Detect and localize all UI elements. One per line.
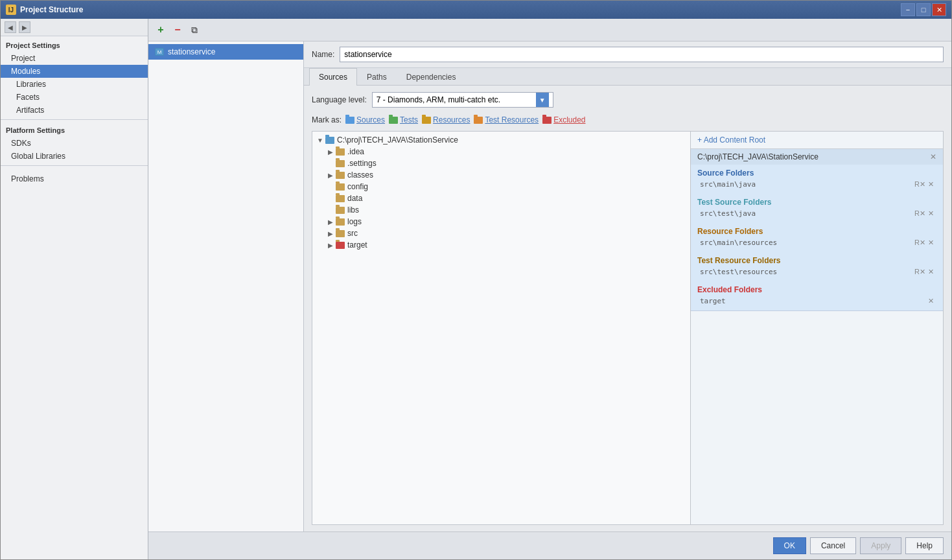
back-arrow[interactable]: ◀	[5, 21, 16, 33]
logs-arrow[interactable]: ▶	[325, 218, 336, 226]
mark-excluded-label: Excluded	[553, 115, 585, 124]
resource-folder-path: src\main\resources	[700, 239, 777, 247]
test-resources-folder-icon	[474, 117, 483, 124]
bottom-area: ▼ C:\proj\TECH_JAVA\StationService ▶ .id…	[312, 131, 944, 525]
module-list-item[interactable]: M stationservice	[148, 44, 303, 60]
excluded-folder-icon	[542, 117, 551, 124]
content-root-close[interactable]: ✕	[930, 152, 936, 161]
resource-folder-close[interactable]: ✕	[928, 239, 934, 247]
data-folder-icon	[336, 195, 345, 202]
tree-item-config[interactable]: ▶ config	[312, 181, 690, 192]
test-source-folder-rx[interactable]: R✕	[914, 209, 925, 218]
config-label: config	[347, 182, 368, 191]
target-arrow[interactable]: ▶	[325, 242, 336, 249]
tree-item-idea[interactable]: ▶ .idea	[312, 146, 690, 158]
close-button[interactable]: ✕	[932, 3, 946, 16]
remove-module-button[interactable]: −	[170, 23, 185, 37]
root-arrow[interactable]: ▼	[315, 137, 325, 144]
idea-arrow[interactable]: ▶	[325, 148, 336, 156]
facets-item-label: Facets	[16, 93, 40, 102]
test-source-folder-actions: R✕ ✕	[914, 209, 934, 218]
source-folder-rx[interactable]: R✕	[914, 180, 925, 189]
copy-module-button[interactable]: ⧉	[187, 23, 202, 37]
tree-root-item[interactable]: ▼ C:\proj\TECH_JAVA\StationService	[312, 134, 690, 146]
tab-dependencies[interactable]: Dependencies	[397, 68, 466, 86]
tabs-bar: Sources Paths Dependencies	[304, 68, 951, 86]
tree-item-data[interactable]: ▶ data	[312, 192, 690, 204]
maximize-button[interactable]: □	[916, 3, 931, 16]
project-settings-section-label: Project Settings	[1, 36, 148, 52]
module-name-input[interactable]	[340, 47, 944, 62]
mark-resources[interactable]: Resources	[422, 115, 470, 124]
content-area: M stationservice Name: Sources	[148, 41, 951, 531]
data-label: data	[347, 194, 362, 203]
mark-test-resources[interactable]: Test Resources	[474, 115, 539, 124]
source-folder-close[interactable]: ✕	[928, 180, 934, 189]
minimize-button[interactable]: −	[901, 3, 915, 16]
sdks-item-label: SDKs	[11, 139, 31, 148]
sidebar-item-project[interactable]: Project	[1, 52, 148, 65]
src-arrow[interactable]: ▶	[325, 230, 336, 237]
app-icon: IJ	[6, 5, 16, 15]
mark-tests[interactable]: Tests	[389, 115, 418, 124]
test-source-folder-close[interactable]: ✕	[928, 209, 934, 218]
apply-button[interactable]: Apply	[860, 537, 901, 554]
tree-item-target[interactable]: ▶ target	[312, 239, 690, 251]
logs-label: logs	[347, 217, 362, 226]
libraries-item-label: Libraries	[16, 80, 46, 89]
forward-arrow[interactable]: ▶	[19, 21, 30, 33]
tree-item-libs[interactable]: ▶ libs	[312, 204, 690, 216]
sidebar-item-sdks[interactable]: SDKs	[1, 137, 148, 150]
excluded-folder-close[interactable]: ✕	[928, 297, 934, 305]
sidebar-item-modules[interactable]: Modules	[1, 65, 148, 78]
artifacts-item-label: Artifacts	[16, 106, 44, 115]
mark-sources[interactable]: Sources	[345, 115, 385, 124]
test-resource-folders-section: Test Resource Folders src\test\resources…	[691, 252, 943, 281]
settings-label: .settings	[347, 159, 377, 168]
tree-item-classes[interactable]: ▶ classes	[312, 169, 690, 181]
content-root-item: C:\proj\TECH_JAVA\StationService ✕ Sourc…	[691, 149, 943, 311]
resource-folder-rx[interactable]: R✕	[914, 239, 925, 247]
tab-paths[interactable]: Paths	[357, 68, 397, 86]
sidebar-item-problems[interactable]: Problems	[6, 172, 143, 185]
cancel-button[interactable]: Cancel	[810, 537, 856, 554]
add-content-root-btn[interactable]: + Add Content Root	[697, 135, 765, 145]
test-resource-folder-rx[interactable]: R✕	[914, 268, 925, 276]
mark-tests-label: Tests	[400, 115, 418, 124]
platform-settings-section-label: Platform Settings	[1, 119, 148, 137]
test-source-folders-section: Test Source Folders src\test\java R✕ ✕	[691, 194, 943, 223]
test-source-folder-path-row: src\test\java R✕ ✕	[697, 208, 936, 219]
name-label: Name:	[312, 50, 334, 59]
sidebar-problems-section: Problems	[1, 165, 148, 188]
content-root-path-text: C:\proj\TECH_JAVA\StationService	[697, 152, 818, 161]
module-list-item-label: stationservice	[168, 47, 215, 56]
tree-item-settings[interactable]: ▶ .settings	[312, 158, 690, 169]
test-resource-folder-path: src\test\resources	[700, 268, 777, 276]
root-label: C:\proj\TECH_JAVA\StationService	[337, 135, 458, 145]
source-folder-path-row: src\main\java R✕ ✕	[697, 179, 936, 190]
add-module-button[interactable]: +	[154, 23, 168, 37]
excluded-folder-actions: ✕	[928, 297, 934, 305]
right-panel: + − ⧉ M stationservice	[148, 19, 951, 559]
tests-folder-icon	[389, 117, 398, 124]
libs-folder-icon	[336, 207, 345, 214]
classes-arrow[interactable]: ▶	[325, 172, 336, 179]
sidebar-item-libraries[interactable]: Libraries	[1, 78, 148, 91]
sidebar-item-global-libraries[interactable]: Global Libraries	[1, 150, 148, 163]
module-toolbar: + − ⧉	[148, 19, 951, 41]
ok-button[interactable]: OK	[773, 537, 806, 554]
help-button[interactable]: Help	[905, 537, 944, 554]
settings-folder-icon	[336, 160, 345, 167]
language-level-select[interactable]: 7 - Diamonds, ARM, multi-catch etc. ▼	[372, 92, 553, 108]
tab-sources[interactable]: Sources	[309, 68, 357, 86]
sidebar-item-artifacts[interactable]: Artifacts	[1, 104, 148, 117]
tree-item-logs[interactable]: ▶ logs	[312, 216, 690, 228]
test-resource-folder-close[interactable]: ✕	[928, 268, 934, 276]
content-root-panel: + Add Content Root C:\proj\TECH_JAVA\Sta…	[690, 132, 943, 524]
idea-folder-icon	[336, 148, 345, 156]
sidebar-item-facets[interactable]: Facets	[1, 91, 148, 104]
title-bar-controls: − □ ✕	[901, 3, 946, 16]
mark-excluded[interactable]: Excluded	[542, 115, 585, 124]
src-folder-icon	[336, 230, 345, 237]
tree-item-src[interactable]: ▶ src	[312, 228, 690, 239]
